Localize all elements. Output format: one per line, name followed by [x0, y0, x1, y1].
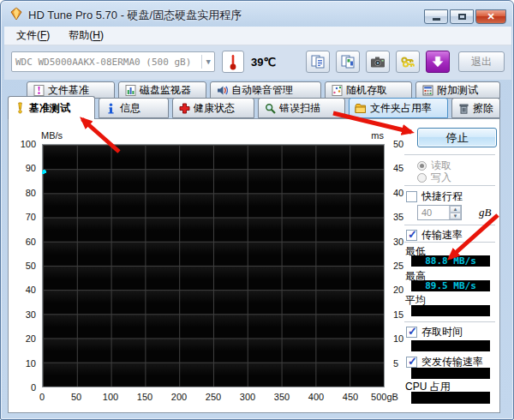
quick-scan-label: 快捷行程 — [421, 189, 463, 204]
titlebar[interactable]: HD Tune Pro 5.70 - 硬盘/固态硬盘实用程序 ✕ — [1, 1, 513, 27]
tab-row-primary: 基准测试 信息 健康状态 错误扫描 文件夹占用率 — [8, 98, 500, 118]
spin-up-icon[interactable]: ▲ — [450, 206, 461, 213]
scatter-dots-icon — [331, 84, 343, 96]
tab-label: 附加测试 — [437, 83, 478, 98]
transfer-rate-checkbox[interactable] — [406, 230, 417, 241]
copy-text-button[interactable] — [306, 51, 330, 73]
tab-label: 基准测试 — [29, 101, 70, 116]
tab-label: 信息 — [120, 101, 140, 116]
minimize-icon — [433, 18, 440, 21]
close-icon: ✕ — [487, 12, 494, 21]
x-ticks: 050100150200250300350400450500gB — [42, 391, 385, 403]
benchmark-tab-page: MB/s ms 1009080706050403020100 504540353… — [8, 118, 500, 413]
tab-auto-acoustic[interactable]: 自动噪音管理 — [210, 81, 321, 99]
quick-scan-checkbox[interactable] — [406, 191, 417, 202]
stop-button[interactable]: 停止 — [417, 128, 497, 147]
radio-write-label: 写入 — [431, 171, 451, 185]
spin-down-icon[interactable]: ▼ — [450, 213, 461, 219]
app-window: HD Tune Pro 5.70 - 硬盘/固态硬盘实用程序 ✕ 文件(F) 帮… — [0, 0, 514, 420]
cpu-usage-value — [411, 392, 490, 404]
copy-image-button[interactable] — [336, 51, 360, 73]
radio-write[interactable]: 写入 — [417, 171, 451, 185]
menubar: 文件(F) 帮助(H) — [4, 27, 511, 45]
tab-disk-monitor[interactable]: 磁盘监视器 — [118, 81, 206, 99]
y-left-axis-unit: MB/s — [41, 130, 63, 141]
tab-info[interactable]: 信息 — [99, 98, 169, 118]
stop-button-label: 停止 — [446, 130, 469, 146]
transfer-rate-option[interactable]: 传输速率 — [406, 228, 463, 243]
tab-random-access[interactable]: 随机存取 — [325, 81, 412, 99]
drive-selector-dropdown[interactable]: WDC WD5000AAKX-08ERMA0 (500 gB) ▼ — [11, 51, 215, 72]
tab-label: 磁盘监视器 — [140, 83, 191, 98]
y-left-ticks: 1009080706050403020100 — [9, 144, 39, 387]
radio-write-circle[interactable] — [417, 173, 427, 183]
tab-row-secondary: 文件基准 磁盘监视器 自动噪音管理 随机存取 附加测试 — [27, 81, 500, 99]
exit-button[interactable]: 退出 — [458, 51, 505, 72]
quick-scan-size-unit: gB — [479, 206, 491, 219]
y-right-axis-unit: ms — [358, 130, 384, 141]
tab-health[interactable]: 健康状态 — [172, 98, 254, 118]
tab-label: 文件夹占用率 — [370, 101, 432, 116]
info-icon — [105, 102, 117, 114]
folder-icon — [355, 102, 367, 114]
keys-icon — [400, 55, 415, 69]
tab-label: 健康状态 — [194, 101, 235, 116]
bar-chart-icon — [124, 84, 136, 96]
access-time-checkbox[interactable] — [406, 327, 417, 338]
drive-selector-value: WDC WD5000AAKX-08ERMA0 (500 gB) — [15, 57, 191, 68]
exit-button-label: 退出 — [471, 55, 492, 69]
tab-extra-tests[interactable]: 附加测试 — [415, 81, 500, 99]
thermometer-icon — [228, 53, 238, 70]
minimum-value: 88.8 MB/s — [411, 255, 490, 267]
radio-read-circle[interactable] — [417, 161, 427, 171]
tab-label: 随机存取 — [346, 83, 387, 98]
burst-rate-value — [411, 368, 490, 379]
tab-label: 文件基准 — [48, 83, 89, 98]
temperature-button[interactable] — [222, 51, 244, 73]
maximize-icon — [458, 14, 466, 20]
access-time-value — [411, 340, 490, 351]
tab-label: 擦除 — [473, 101, 493, 116]
copy-image-icon — [340, 54, 356, 69]
window-title: HD Tune Pro 5.70 - 硬盘/固态硬盘实用程序 — [28, 8, 242, 23]
speaker-icon — [216, 84, 228, 96]
plot-area — [42, 144, 385, 387]
quick-scan-option[interactable]: 快捷行程 — [406, 189, 463, 204]
tab-benchmark[interactable]: 基准测试 — [8, 96, 95, 119]
copy-text-icon — [310, 54, 326, 69]
tab-label: 错误扫描 — [279, 101, 320, 116]
toolbar: WDC WD5000AAKX-08ERMA0 (500 gB) ▼ 39℃ — [4, 45, 511, 80]
temperature-value: 39℃ — [251, 56, 276, 69]
tab-error-scan[interactable]: 错误扫描 — [258, 98, 345, 118]
menu-help[interactable]: 帮助(H) — [65, 27, 107, 45]
tab-erase[interactable]: 擦除 — [451, 98, 500, 118]
screenshot-button[interactable] — [366, 51, 390, 73]
magnifier-icon — [264, 102, 276, 114]
download-button[interactable] — [426, 51, 450, 73]
calculator-icon — [421, 84, 433, 96]
maximum-value: 89.5 MB/s — [411, 280, 490, 291]
minimize-button[interactable] — [424, 9, 448, 24]
menu-file[interactable]: 文件(F) — [13, 27, 53, 45]
close-button[interactable]: ✕ — [475, 9, 506, 24]
keys-button[interactable] — [396, 51, 420, 73]
exclamation-box-icon — [33, 84, 45, 96]
transfer-rate-label: 传输速率 — [421, 228, 463, 243]
chevron-down-icon: ▼ — [201, 55, 211, 69]
app-icon — [9, 7, 23, 23]
access-time-option[interactable]: 存取时间 — [406, 325, 463, 339]
yellow-exclamation-icon — [14, 102, 26, 114]
download-arrow-icon — [431, 55, 445, 69]
average-value — [411, 305, 490, 316]
red-cross-icon — [178, 102, 190, 114]
quick-scan-size-value: 40 — [418, 206, 449, 219]
quick-scan-size-spinner[interactable]: 40 ▲ ▼ — [417, 205, 462, 220]
maximize-button[interactable] — [450, 9, 474, 24]
tab-folder-usage[interactable]: 文件夹占用率 — [349, 98, 448, 118]
camera-icon — [370, 56, 386, 69]
access-time-label: 存取时间 — [421, 325, 463, 339]
burst-rate-checkbox[interactable] — [406, 357, 417, 368]
tab-label: 自动噪音管理 — [231, 83, 293, 98]
trash-icon — [457, 102, 469, 114]
